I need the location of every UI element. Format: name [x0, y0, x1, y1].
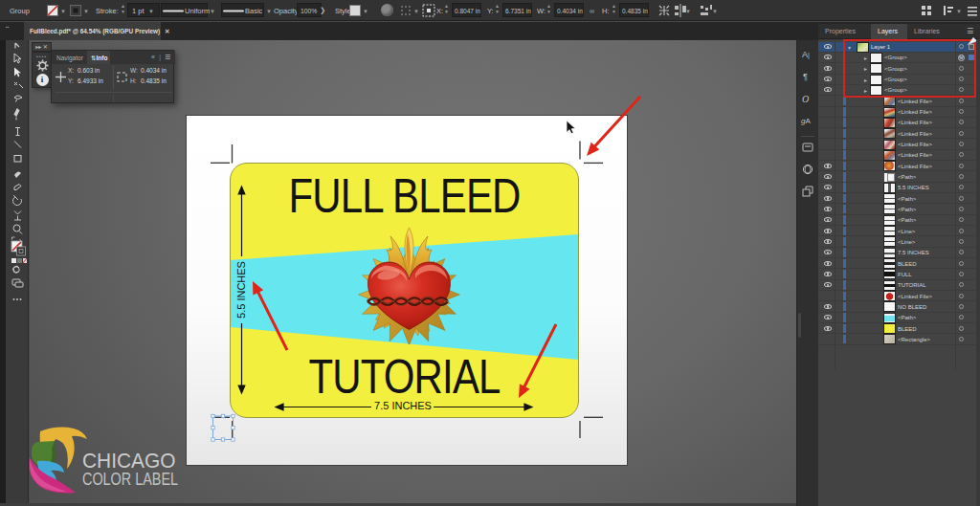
svg-text:COLOR LABEL: COLOR LABEL [82, 470, 178, 489]
